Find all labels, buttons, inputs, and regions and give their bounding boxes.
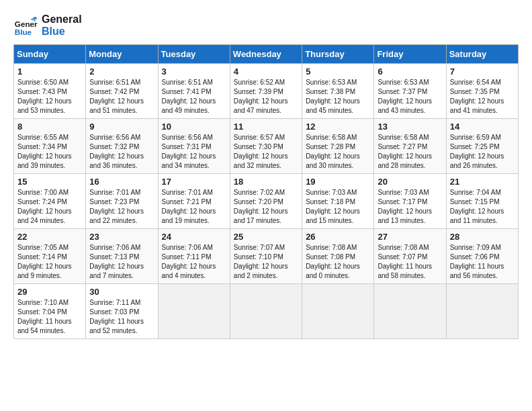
day-number: 21 <box>450 177 515 187</box>
daylight-text: Daylight: 11 hours and 58 minutes. <box>378 262 442 281</box>
calendar-header-monday: Monday <box>86 45 158 64</box>
calendar-week-2: 8 Sunrise: 6:55 AM Sunset: 7:34 PM Dayli… <box>14 119 519 174</box>
sunset-text: Sunset: 7:10 PM <box>234 253 298 262</box>
daylight-text: Daylight: 12 hours and 53 minutes. <box>17 97 82 116</box>
day-info: Sunrise: 7:06 AM Sunset: 7:11 PM Dayligh… <box>162 243 226 281</box>
day-number: 20 <box>378 177 442 187</box>
day-info: Sunrise: 7:01 AM Sunset: 7:21 PM Dayligh… <box>162 188 226 226</box>
day-number: 23 <box>89 232 154 242</box>
day-info: Sunrise: 7:06 AM Sunset: 7:13 PM Dayligh… <box>89 243 154 281</box>
sunrise-text: Sunrise: 6:51 AM <box>162 78 226 87</box>
daylight-text: Daylight: 12 hours and 22 minutes. <box>89 207 154 226</box>
sunset-text: Sunset: 7:08 PM <box>306 253 370 262</box>
day-number: 27 <box>378 232 442 242</box>
calendar-week-4: 22 Sunrise: 7:05 AM Sunset: 7:14 PM Dayl… <box>14 229 519 284</box>
sunrise-text: Sunrise: 6:52 AM <box>234 78 298 87</box>
day-number: 2 <box>89 66 154 77</box>
sunset-text: Sunset: 7:42 PM <box>89 87 154 97</box>
day-info: Sunrise: 6:56 AM Sunset: 7:32 PM Dayligh… <box>89 133 154 171</box>
day-number: 18 <box>234 177 298 187</box>
calendar-cell: 29 Sunrise: 7:10 AM Sunset: 7:04 PM Dayl… <box>14 284 86 339</box>
calendar-header-thursday: Thursday <box>302 45 374 64</box>
daylight-text: Daylight: 12 hours and 11 minutes. <box>450 207 515 226</box>
calendar-cell: 30 Sunrise: 7:11 AM Sunset: 7:03 PM Dayl… <box>86 284 158 339</box>
daylight-text: Daylight: 11 hours and 56 minutes. <box>450 262 515 281</box>
calendar-header-sunday: Sunday <box>14 45 86 64</box>
calendar-header-wednesday: Wednesday <box>230 45 302 64</box>
sunset-text: Sunset: 7:27 PM <box>378 142 442 152</box>
calendar-cell: 24 Sunrise: 7:06 AM Sunset: 7:11 PM Dayl… <box>158 229 230 284</box>
sunrise-text: Sunrise: 7:06 AM <box>89 243 154 253</box>
sunset-text: Sunset: 7:24 PM <box>17 197 82 207</box>
day-number: 12 <box>306 122 370 132</box>
day-number: 9 <box>89 122 154 132</box>
day-info: Sunrise: 6:53 AM Sunset: 7:37 PM Dayligh… <box>378 78 442 116</box>
calendar-cell: 27 Sunrise: 7:08 AM Sunset: 7:07 PM Dayl… <box>374 229 446 284</box>
sunset-text: Sunset: 7:23 PM <box>89 197 154 207</box>
sunset-text: Sunset: 7:25 PM <box>450 142 515 152</box>
sunset-text: Sunset: 7:13 PM <box>89 253 154 262</box>
day-info: Sunrise: 6:57 AM Sunset: 7:30 PM Dayligh… <box>234 133 298 171</box>
day-info: Sunrise: 7:02 AM Sunset: 7:20 PM Dayligh… <box>234 188 298 226</box>
day-number: 30 <box>89 287 154 297</box>
sunset-text: Sunset: 7:18 PM <box>306 197 370 207</box>
sunrise-text: Sunrise: 7:09 AM <box>450 243 515 253</box>
sunset-text: Sunset: 7:11 PM <box>162 253 226 262</box>
sunrise-text: Sunrise: 6:59 AM <box>450 133 515 142</box>
sunrise-text: Sunrise: 7:02 AM <box>234 188 298 197</box>
calendar-table: SundayMondayTuesdayWednesdayThursdayFrid… <box>13 44 519 339</box>
daylight-text: Daylight: 12 hours and 51 minutes. <box>89 97 154 116</box>
calendar-cell: 2 Sunrise: 6:51 AM Sunset: 7:42 PM Dayli… <box>86 64 158 119</box>
day-info: Sunrise: 6:56 AM Sunset: 7:31 PM Dayligh… <box>162 133 226 171</box>
day-number: 4 <box>234 66 298 77</box>
sunrise-text: Sunrise: 7:10 AM <box>17 298 82 308</box>
day-number: 7 <box>450 66 515 77</box>
sunset-text: Sunset: 7:28 PM <box>306 142 370 152</box>
day-number: 6 <box>378 66 442 77</box>
calendar-cell <box>374 284 446 339</box>
sunrise-text: Sunrise: 6:58 AM <box>306 133 370 142</box>
daylight-text: Daylight: 12 hours and 19 minutes. <box>162 207 226 226</box>
sunset-text: Sunset: 7:14 PM <box>17 253 82 262</box>
daylight-text: Daylight: 11 hours and 54 minutes. <box>17 317 82 336</box>
sunset-text: Sunset: 7:15 PM <box>450 197 515 207</box>
day-info: Sunrise: 7:10 AM Sunset: 7:04 PM Dayligh… <box>17 298 82 336</box>
day-info: Sunrise: 7:11 AM Sunset: 7:03 PM Dayligh… <box>89 298 154 336</box>
sunrise-text: Sunrise: 6:56 AM <box>89 133 154 142</box>
calendar-header-row: SundayMondayTuesdayWednesdayThursdayFrid… <box>14 45 519 64</box>
sunrise-text: Sunrise: 7:06 AM <box>162 243 226 253</box>
day-info: Sunrise: 6:54 AM Sunset: 7:35 PM Dayligh… <box>450 78 515 116</box>
sunrise-text: Sunrise: 7:00 AM <box>17 188 82 197</box>
day-info: Sunrise: 6:58 AM Sunset: 7:28 PM Dayligh… <box>306 133 370 171</box>
calendar-cell: 28 Sunrise: 7:09 AM Sunset: 7:06 PM Dayl… <box>446 229 518 284</box>
logo: General Blue GeneralBlue <box>13 13 82 38</box>
daylight-text: Daylight: 12 hours and 47 minutes. <box>234 97 298 116</box>
calendar-cell: 20 Sunrise: 7:03 AM Sunset: 7:17 PM Dayl… <box>374 174 446 229</box>
day-info: Sunrise: 7:05 AM Sunset: 7:14 PM Dayligh… <box>17 243 82 281</box>
day-number: 17 <box>162 177 226 187</box>
calendar-cell: 6 Sunrise: 6:53 AM Sunset: 7:37 PM Dayli… <box>374 64 446 119</box>
day-info: Sunrise: 6:52 AM Sunset: 7:39 PM Dayligh… <box>234 78 298 116</box>
sunrise-text: Sunrise: 6:57 AM <box>234 133 298 142</box>
day-info: Sunrise: 6:53 AM Sunset: 7:38 PM Dayligh… <box>306 78 370 116</box>
sunset-text: Sunset: 7:20 PM <box>234 197 298 207</box>
daylight-text: Daylight: 12 hours and 24 minutes. <box>17 207 82 226</box>
day-info: Sunrise: 6:58 AM Sunset: 7:27 PM Dayligh… <box>378 133 442 171</box>
calendar-cell: 26 Sunrise: 7:08 AM Sunset: 7:08 PM Dayl… <box>302 229 374 284</box>
day-info: Sunrise: 7:03 AM Sunset: 7:18 PM Dayligh… <box>306 188 370 226</box>
sunrise-text: Sunrise: 7:05 AM <box>17 243 82 253</box>
calendar-cell: 5 Sunrise: 6:53 AM Sunset: 7:38 PM Dayli… <box>302 64 374 119</box>
sunrise-text: Sunrise: 7:08 AM <box>306 243 370 253</box>
day-number: 19 <box>306 177 370 187</box>
calendar-week-1: 1 Sunrise: 6:50 AM Sunset: 7:43 PM Dayli… <box>14 64 519 119</box>
calendar-header-tuesday: Tuesday <box>158 45 230 64</box>
sunrise-text: Sunrise: 7:01 AM <box>89 188 154 197</box>
day-info: Sunrise: 7:08 AM Sunset: 7:08 PM Dayligh… <box>306 243 370 281</box>
sunrise-text: Sunrise: 6:51 AM <box>89 78 154 87</box>
daylight-text: Daylight: 12 hours and 49 minutes. <box>162 97 226 116</box>
day-number: 14 <box>450 122 515 132</box>
sunset-text: Sunset: 7:41 PM <box>162 87 226 97</box>
sunrise-text: Sunrise: 7:11 AM <box>89 298 154 308</box>
calendar-cell <box>230 284 302 339</box>
day-number: 24 <box>162 232 226 242</box>
